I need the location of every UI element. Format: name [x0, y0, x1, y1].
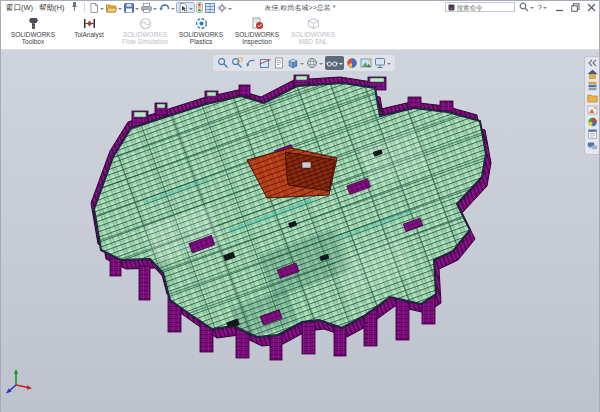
dropdown-caret[interactable] [339, 63, 343, 67]
open-file-button[interactable] [105, 2, 123, 13]
appearances-scenes-icon[interactable] [587, 117, 598, 127]
section-view-icon [259, 57, 271, 69]
hide-show-glasses-icon [326, 57, 338, 69]
x-axis-arrow [27, 385, 32, 390]
menu-window[interactable]: 窗口(W) [3, 3, 36, 13]
select-tool-button[interactable] [176, 2, 195, 13]
print-icon [141, 3, 152, 13]
dropdown-caret[interactable] [118, 8, 122, 12]
dropdown-caret[interactable] [319, 63, 323, 67]
dropdown-caret[interactable] [300, 63, 304, 67]
solidworks-resources-home-icon[interactable] [587, 69, 598, 79]
view-orientation-cube-icon [287, 57, 299, 69]
save-button[interactable] [123, 2, 140, 13]
edit-appearance-ball-icon [346, 57, 358, 69]
y-axis-arrow [14, 369, 18, 374]
search-input[interactable] [457, 4, 509, 11]
quick-access-toolbar [88, 2, 233, 13]
apply-scene-icon [360, 57, 372, 69]
search-options-button[interactable] [519, 2, 534, 12]
view-settings-button[interactable] [374, 57, 391, 69]
solidworks-forum-icon[interactable] [587, 141, 598, 151]
tolanalyst-icon [83, 17, 96, 30]
select-tool-icon [178, 3, 188, 13]
command-search[interactable] [445, 2, 515, 12]
options-table-button[interactable] [204, 2, 216, 13]
annotation-view-button[interactable] [273, 57, 285, 69]
options-table-icon [205, 3, 215, 13]
solidworks-flow-simulation-button[interactable]: SOLIDWORKS Flow Simulation [117, 15, 173, 49]
previous-view-icon [245, 57, 257, 69]
solidworks-search-icon [448, 4, 455, 11]
button-label: TolAnalyst [74, 31, 104, 38]
dropdown-caret[interactable] [530, 7, 534, 11]
dropdown-caret[interactable] [228, 8, 232, 12]
custom-properties-icon[interactable] [587, 129, 598, 139]
rebuild-button[interactable] [195, 2, 204, 13]
button-label: SOLIDWORKS Flow Simulation [117, 31, 173, 46]
mbd-snl-icon [307, 17, 320, 30]
magnifier-icon [519, 2, 529, 12]
display-style-button[interactable] [306, 57, 323, 69]
button-label: SOLIDWORKS Toolbox [5, 31, 61, 46]
solidworks-plastics-button[interactable]: SOLIDWORKS Plastics [173, 15, 229, 49]
coordinate-triad [4, 368, 34, 396]
task-pane-tabs [584, 56, 599, 155]
heads-up-view-toolbar [213, 55, 395, 71]
section-view-button[interactable] [259, 57, 271, 69]
button-label: SOLIDWORKS Inspection [229, 31, 285, 46]
formwork-assembly-model[interactable] [1, 50, 599, 412]
previous-view-button[interactable] [245, 57, 257, 69]
zoom-to-area-button[interactable] [231, 57, 243, 69]
view-palette-icon[interactable] [587, 105, 598, 115]
dropdown-caret[interactable] [189, 8, 193, 12]
graphics-viewport[interactable] [1, 50, 599, 412]
settings-button[interactable] [216, 2, 233, 13]
undo-icon [159, 3, 170, 13]
dropdown-caret[interactable] [387, 63, 391, 67]
display-style-icon [306, 57, 318, 69]
solidworks-toolbox-button[interactable]: SOLIDWORKS Toolbox [5, 15, 61, 49]
zoom-to-fit-button[interactable] [217, 57, 229, 69]
open-file-icon [106, 3, 117, 13]
dropdown-caret[interactable] [135, 8, 139, 12]
view-orientation-button[interactable] [287, 57, 304, 69]
pin-icon[interactable] [71, 2, 78, 13]
flow-simulation-icon [139, 17, 152, 30]
new-file-icon [89, 3, 99, 13]
menu-help[interactable]: 帮助(H) [36, 3, 67, 13]
solidworks-window: 窗口(W) 帮助(H) [0, 0, 600, 412]
help-icon: ? [538, 3, 542, 12]
button-label: SOLIDWORKS MBD SNL [285, 31, 341, 46]
edit-appearance-button[interactable] [346, 57, 358, 69]
dropdown-caret[interactable] [171, 8, 175, 12]
tolanalyst-button[interactable]: TolAnalyst [61, 15, 117, 49]
help-button[interactable]: ? [538, 3, 547, 12]
dropdown-caret[interactable] [100, 8, 104, 12]
undo-button[interactable] [158, 2, 176, 13]
minimize-button[interactable] [555, 3, 564, 12]
solidworks-inspection-button[interactable]: SOLIDWORKS Inspection [229, 15, 285, 49]
dropdown-caret[interactable] [153, 8, 157, 12]
collapse-chevron-icon[interactable] [588, 59, 597, 67]
design-library-icon[interactable] [587, 81, 598, 91]
restore-button[interactable] [571, 3, 580, 12]
new-file-button[interactable] [88, 2, 105, 13]
plastics-icon [195, 17, 208, 30]
print-button[interactable] [140, 2, 158, 13]
inspection-icon [251, 17, 264, 30]
divider [84, 3, 85, 12]
annotation-view-icon [273, 57, 285, 69]
dropdown-caret[interactable] [543, 7, 547, 11]
solidworks-mbd-snl-button[interactable]: SOLIDWORKS MBD SNL [285, 15, 341, 49]
button-label: SOLIDWORKS Plastics [173, 31, 229, 46]
file-explorer-folder-icon[interactable] [587, 93, 598, 103]
close-button[interactable] [587, 3, 596, 12]
hide-show-items-button[interactable] [325, 56, 344, 70]
zoom-to-area-icon [231, 57, 243, 69]
title-bar: 窗口(W) 帮助(H) [1, 1, 599, 14]
model-group[interactable] [61, 50, 531, 372]
toolbox-bolt-icon [27, 17, 40, 30]
view-settings-monitor-icon [374, 57, 386, 69]
apply-scene-button[interactable] [360, 57, 372, 69]
